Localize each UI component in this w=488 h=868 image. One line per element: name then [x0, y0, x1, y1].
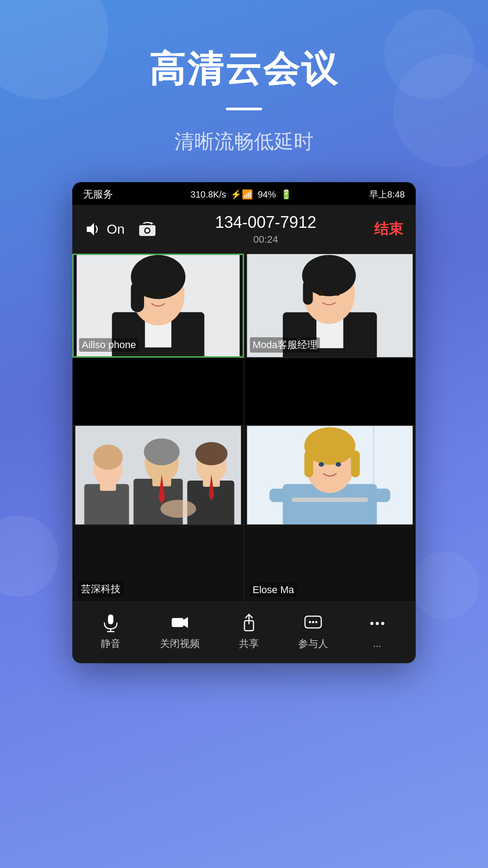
call-controls-left: On — [85, 221, 157, 238]
svg-marker-0 — [87, 223, 94, 236]
svg-point-65 — [370, 622, 373, 625]
mute-label: 静音 — [101, 637, 121, 651]
participants-label: 参与人 — [298, 637, 328, 651]
signal-icons: ⚡📶 — [230, 189, 253, 200]
participant-video-6 — [244, 426, 415, 524]
header-divider — [226, 108, 262, 110]
svg-point-32 — [144, 439, 179, 465]
camera-flip-icon[interactable] — [137, 221, 157, 238]
main-content: 高清云会议 清晰流畅低延时 无服务 310.8K/s ⚡📶 94% 🔋 早上8:… — [0, 0, 488, 663]
toolbar-more[interactable]: ... — [367, 613, 387, 650]
chat-icon — [303, 613, 323, 632]
video-cell-2[interactable]: Moda客服经理 — [244, 254, 416, 358]
battery-text: 94% — [258, 189, 276, 200]
video-cell-7[interactable]: 芸深科技 — [72, 525, 244, 602]
bottom-toolbar: 静音 关闭视频 共享 — [72, 602, 416, 663]
share-label: 共享 — [239, 637, 259, 651]
video-grid: Aillso phone — [72, 254, 416, 602]
video-icon — [170, 613, 190, 632]
page-title: 高清云会议 — [149, 45, 339, 94]
more-label: ... — [373, 638, 381, 650]
svg-point-13 — [147, 292, 152, 297]
carrier-text: 无服务 — [83, 188, 113, 201]
svg-rect-57 — [172, 618, 183, 627]
svg-rect-46 — [292, 498, 368, 502]
svg-point-37 — [195, 442, 227, 466]
svg-point-22 — [318, 291, 323, 296]
svg-point-28 — [93, 445, 122, 470]
svg-point-53 — [336, 462, 341, 467]
svg-marker-4 — [151, 222, 153, 225]
svg-marker-58 — [183, 617, 188, 628]
phone-mockup: 无服务 310.8K/s ⚡📶 94% 🔋 早上8:48 On — [72, 182, 416, 663]
header-subtitle: 清晰流畅低延时 — [174, 128, 314, 155]
svg-point-52 — [319, 462, 324, 467]
svg-point-62 — [309, 621, 311, 623]
svg-point-64 — [315, 621, 317, 623]
svg-rect-51 — [351, 451, 360, 477]
toolbar-share[interactable]: 共享 — [239, 613, 259, 651]
svg-point-23 — [335, 291, 340, 296]
call-bar: On 134-007-7912 00:24 结束 — [72, 205, 416, 254]
battery-icon: 🔋 — [281, 189, 292, 200]
video-cell-8[interactable]: Elose Ma — [244, 525, 416, 602]
more-icon — [367, 613, 387, 633]
toolbar-video[interactable]: 关闭视频 — [160, 613, 200, 651]
svg-point-14 — [164, 292, 170, 297]
participant-label-1: Aillso phone — [79, 338, 139, 352]
video-cell-6[interactable] — [244, 425, 416, 525]
call-info-center: 134-007-7912 00:24 — [215, 213, 316, 245]
status-bar: 无服务 310.8K/s ⚡📶 94% 🔋 早上8:48 — [72, 182, 416, 205]
video-cell-3[interactable] — [72, 358, 244, 425]
toolbar-mute[interactable]: 静音 — [101, 613, 121, 651]
time-text: 早上8:48 — [369, 189, 405, 201]
svg-rect-54 — [108, 614, 113, 624]
video-label: 关闭视频 — [160, 637, 200, 651]
video-cell-5[interactable] — [72, 425, 244, 525]
mic-icon — [101, 613, 121, 632]
status-center: 310.8K/s ⚡📶 94% 🔋 — [191, 189, 292, 200]
svg-point-66 — [375, 622, 379, 625]
participant-label-2: Moda客服经理 — [250, 337, 320, 353]
speed-text: 310.8K/s — [191, 189, 226, 200]
svg-rect-50 — [305, 451, 314, 477]
call-duration: 00:24 — [215, 234, 316, 245]
speaker-icon[interactable] — [85, 222, 101, 236]
svg-rect-12 — [131, 281, 144, 312]
toolbar-participants[interactable]: 参与人 — [298, 613, 328, 651]
end-call-button[interactable]: 结束 — [374, 219, 403, 239]
svg-rect-21 — [303, 280, 313, 305]
speaker-on-label: On — [107, 222, 125, 237]
svg-point-39 — [160, 500, 196, 518]
participant-label-7: 芸深科技 — [78, 581, 123, 597]
svg-point-63 — [312, 621, 314, 623]
participant-video-5 — [73, 426, 244, 524]
participant-label-8: Elose Ma — [250, 583, 297, 597]
svg-point-3 — [145, 229, 149, 232]
video-cell-1[interactable]: Aillso phone — [72, 254, 244, 358]
video-cell-4[interactable] — [244, 358, 416, 425]
call-number: 134-007-7912 — [215, 213, 316, 232]
share-icon — [239, 613, 259, 632]
svg-point-67 — [381, 622, 384, 625]
